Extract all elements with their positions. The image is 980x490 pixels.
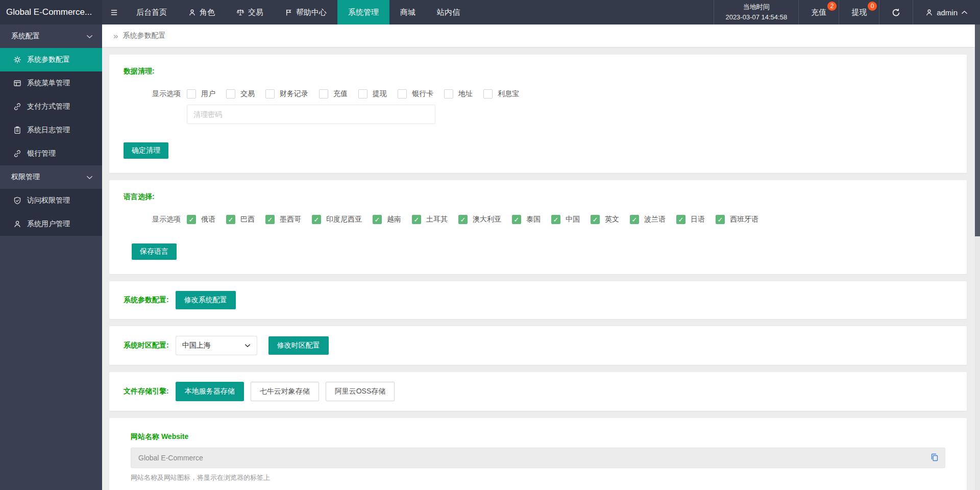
sidebar-item-access-permission-management[interactable]: 访问权限管理 xyxy=(0,189,102,212)
cleanup-option-withdraw[interactable]: 提现 xyxy=(358,89,387,99)
hamburger-menu-button[interactable] xyxy=(102,0,126,24)
flag-icon xyxy=(285,9,292,16)
language-option-vietnam[interactable]: 越南 xyxy=(373,215,401,224)
chevron-down-icon xyxy=(86,34,93,39)
data-cleanup-card: 数据清理: 显示选项 用户 交易 财务记录 充值 提现 xyxy=(109,55,967,173)
language-option-thailand[interactable]: 泰国 xyxy=(512,215,541,224)
checkbox-checked[interactable] xyxy=(412,215,421,224)
checkbox-checked[interactable] xyxy=(312,215,321,224)
language-option-russian[interactable]: 俄语 xyxy=(187,215,215,224)
sidebar-item-bank-management[interactable]: 银行管理 xyxy=(0,142,102,165)
checkbox-unchecked[interactable] xyxy=(226,89,235,99)
sidebar-item-system-log-management[interactable]: 系统日志管理 xyxy=(0,118,102,142)
checkbox-checked[interactable] xyxy=(265,215,275,224)
modify-timezone-button[interactable]: 修改时区配置 xyxy=(268,336,329,355)
language-option-mexico[interactable]: 墨西哥 xyxy=(265,215,301,224)
nav-item-dashboard[interactable]: 后台首页 xyxy=(126,0,178,24)
recharge-button[interactable]: 充值 2 xyxy=(798,0,839,24)
checkbox-unchecked[interactable] xyxy=(483,89,493,99)
modify-system-config-button[interactable]: 修改系统配置 xyxy=(176,291,236,309)
card-title: 语言选择: xyxy=(124,192,952,202)
storage-option-local-server[interactable]: 本地服务器存储 xyxy=(176,382,244,401)
sidebar-group-system-config[interactable]: 系统配置 xyxy=(0,24,102,48)
checkbox-unchecked[interactable] xyxy=(265,89,275,99)
language-option-spanish[interactable]: 西班牙语 xyxy=(716,215,758,224)
link-icon xyxy=(13,150,21,158)
cleanup-option-finance-records[interactable]: 财务记录 xyxy=(265,89,308,99)
nav-label: 商城 xyxy=(400,8,415,17)
card-label: 系统时区配置: xyxy=(124,341,169,350)
sidebar-item-system-param-config[interactable]: 系统参数配置 xyxy=(0,48,102,71)
sidebar-item-system-menu-management[interactable]: 系统菜单管理 xyxy=(0,71,102,95)
save-language-button[interactable]: 保存语言 xyxy=(132,243,177,260)
language-option-polish[interactable]: 波兰语 xyxy=(630,215,666,224)
checkbox-unchecked[interactable] xyxy=(398,89,407,99)
vertical-scrollbar[interactable] xyxy=(975,24,980,490)
language-option-australia[interactable]: 澳大利亚 xyxy=(458,215,501,224)
chevron-down-icon xyxy=(86,175,93,180)
sidebar-item-payment-method-management[interactable]: 支付方式管理 xyxy=(0,95,102,118)
withdraw-button[interactable]: 提现 0 xyxy=(839,0,879,24)
sidebar-item-system-user-management[interactable]: 系统用户管理 xyxy=(0,212,102,236)
cleanup-option-recharge[interactable]: 充值 xyxy=(319,89,348,99)
checkbox-unchecked[interactable] xyxy=(319,89,328,99)
topbar: Global E-Commerce... 后台首页 角色 交易 帮助中心 xyxy=(0,0,980,24)
checkbox-checked[interactable] xyxy=(676,215,685,224)
timezone-select[interactable]: 中国上海 xyxy=(176,336,257,355)
scales-icon xyxy=(236,8,244,16)
topbar-right: 当地时间 2023-03-07 14:54:58 充值 2 提现 0 admin xyxy=(714,0,980,24)
row-label: 显示选项 xyxy=(124,215,181,224)
checkbox-checked[interactable] xyxy=(458,215,468,224)
checkbox-checked[interactable] xyxy=(512,215,521,224)
storage-option-qiniu[interactable]: 七牛云对象存储 xyxy=(251,382,319,401)
timezone-card: 系统时区配置: 中国上海 修改时区配置 xyxy=(109,326,967,365)
local-time-value: 2023-03-07 14:54:58 xyxy=(725,12,787,22)
site-name-input[interactable] xyxy=(131,448,945,468)
checkbox-unchecked[interactable] xyxy=(358,89,368,99)
language-option-brazil[interactable]: 巴西 xyxy=(226,215,255,224)
confirm-cleanup-button[interactable]: 确定清理 xyxy=(124,142,168,159)
language-option-japanese[interactable]: 日语 xyxy=(676,215,705,224)
language-option-turkey[interactable]: 土耳其 xyxy=(412,215,448,224)
language-option-english[interactable]: 英文 xyxy=(591,215,619,224)
checkbox-unchecked[interactable] xyxy=(187,89,196,99)
nav-item-mall[interactable]: 商城 xyxy=(389,0,426,24)
checkbox-label: 俄语 xyxy=(201,215,215,224)
checkbox-checked[interactable] xyxy=(551,215,560,224)
sidebar-group-permission-management[interactable]: 权限管理 xyxy=(0,165,102,189)
checkbox-checked[interactable] xyxy=(630,215,639,224)
nav-item-transactions[interactable]: 交易 xyxy=(226,0,274,24)
log-icon xyxy=(13,126,21,134)
site-name-label: 网站名称 Website xyxy=(131,432,945,442)
checkbox-checked[interactable] xyxy=(373,215,382,224)
cleanup-option-transactions[interactable]: 交易 xyxy=(226,89,255,99)
cleanup-option-interest[interactable]: 利息宝 xyxy=(483,89,519,99)
recharge-badge: 2 xyxy=(827,2,837,11)
checkbox-checked[interactable] xyxy=(187,215,196,224)
language-option-china[interactable]: 中国 xyxy=(551,215,580,224)
checkbox-checked[interactable] xyxy=(591,215,600,224)
copy-button[interactable] xyxy=(930,453,939,463)
cleanup-option-address[interactable]: 地址 xyxy=(444,89,473,99)
local-time-label: 当地时间 xyxy=(743,2,770,12)
cleanup-option-users[interactable]: 用户 xyxy=(187,89,215,99)
checkbox-checked[interactable] xyxy=(716,215,725,224)
nav-label: 站内信 xyxy=(437,8,460,17)
sidebar-item-label: 系统日志管理 xyxy=(27,126,70,135)
app-logo: Global E-Commerce... xyxy=(0,0,102,24)
cleanup-password-input[interactable] xyxy=(187,105,435,124)
checkbox-unchecked[interactable] xyxy=(444,89,453,99)
nav-item-system-management[interactable]: 系统管理 xyxy=(337,0,389,24)
checkbox-checked[interactable] xyxy=(226,215,235,224)
user-menu[interactable]: admin xyxy=(913,0,980,24)
sidebar-item-label: 系统用户管理 xyxy=(27,219,70,229)
nav-item-help-center[interactable]: 帮助中心 xyxy=(274,0,337,24)
nav-item-roles[interactable]: 角色 xyxy=(178,0,226,24)
refresh-button[interactable] xyxy=(879,0,913,24)
nav-item-messages[interactable]: 站内信 xyxy=(426,0,471,24)
language-option-indonesia[interactable]: 印度尼西亚 xyxy=(312,215,362,224)
checkbox-label: 印度尼西亚 xyxy=(326,215,362,224)
cleanup-option-bank-card[interactable]: 银行卡 xyxy=(398,89,433,99)
storage-option-aliyun-oss[interactable]: 阿里云OSS存储 xyxy=(326,382,395,401)
scrollbar-thumb[interactable] xyxy=(975,24,980,236)
